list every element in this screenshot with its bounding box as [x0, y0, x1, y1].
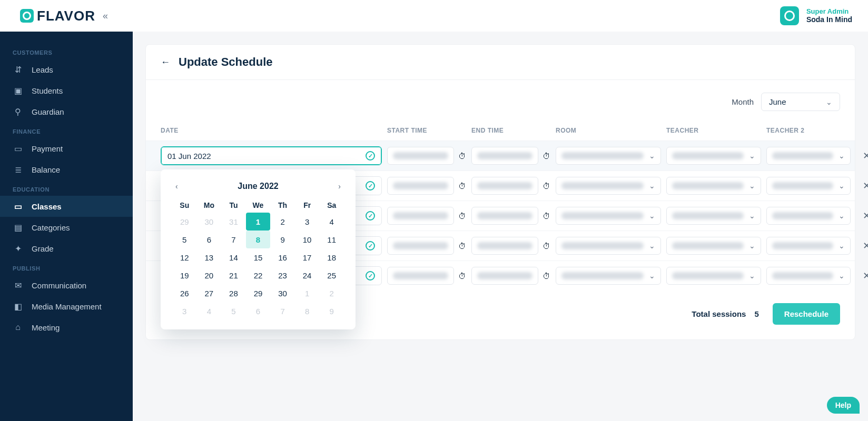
chevron-down-icon: ⌄: [746, 242, 755, 250]
teacher-select[interactable]: ⌄: [666, 267, 761, 285]
calendar-day[interactable]: 16: [270, 248, 295, 266]
calendar-day[interactable]: 30: [270, 284, 295, 302]
calendar-day[interactable]: 9: [270, 230, 295, 248]
calendar-day[interactable]: 22: [246, 266, 271, 284]
calendar-day[interactable]: 21: [221, 266, 246, 284]
chevron-down-icon: ⌄: [746, 182, 755, 190]
sidebar-item-grade[interactable]: ✦Grade: [0, 238, 133, 259]
calendar-day[interactable]: 18: [319, 248, 344, 266]
delete-row-icon[interactable]: ✕: [856, 210, 868, 222]
sidebar-collapse-icon[interactable]: «: [103, 11, 108, 22]
communication-icon: ✉: [13, 280, 23, 290]
teacher2-select[interactable]: ⌄: [766, 147, 851, 165]
sidebar-item-payment[interactable]: ▭Payment: [0, 138, 133, 159]
end-time-input[interactable]: [471, 237, 538, 255]
chevron-down-icon: ⌄: [646, 272, 655, 280]
sidebar-section-label: CUSTOMERS: [0, 43, 133, 59]
reschedule-button[interactable]: Reschedule: [773, 303, 840, 325]
end-time-input[interactable]: [471, 267, 538, 285]
room-select[interactable]: ⌄: [556, 237, 661, 255]
start-time-input[interactable]: [387, 237, 454, 255]
sidebar-item-label: Leads: [32, 65, 53, 74]
sidebar-item-guardian[interactable]: ⚲Guardian: [0, 101, 133, 122]
calendar-day[interactable]: 15: [246, 248, 271, 266]
calendar-day[interactable]: 19: [172, 266, 197, 284]
start-time-input[interactable]: [387, 147, 454, 165]
teacher-select[interactable]: ⌄: [666, 237, 761, 255]
calendar-day[interactable]: 7: [221, 230, 246, 248]
teacher-select[interactable]: ⌄: [666, 207, 761, 225]
sidebar-item-label: Meeting: [32, 323, 60, 332]
start-time-input[interactable]: [387, 267, 454, 285]
delete-row-icon[interactable]: ✕: [856, 270, 868, 282]
start-time-input[interactable]: [387, 207, 454, 225]
sidebar-item-communication[interactable]: ✉Communication: [0, 275, 133, 296]
avatar[interactable]: [780, 6, 799, 25]
calendar-day: 7: [270, 302, 295, 320]
user-info[interactable]: Super Admin Soda In Mind: [806, 7, 852, 24]
date-picker[interactable]: ‹June 2022›SuMoTuWeThFrSa293031123456789…: [161, 169, 356, 329]
calendar-day[interactable]: 10: [295, 230, 320, 248]
calendar-day[interactable]: 27: [197, 284, 222, 302]
room-select[interactable]: ⌄: [556, 147, 661, 165]
calendar-day[interactable]: 4: [319, 213, 344, 230]
chevron-down-icon: ⌄: [746, 212, 755, 220]
calendar-day[interactable]: 24: [295, 266, 320, 284]
calendar-day[interactable]: 29: [246, 284, 271, 302]
room-select[interactable]: ⌄: [556, 267, 661, 285]
teacher2-select[interactable]: ⌄: [766, 207, 851, 225]
categories-icon: ▤: [13, 222, 23, 233]
calendar-day: 5: [221, 302, 246, 320]
check-circle-icon: [366, 241, 375, 250]
end-time-input[interactable]: [471, 207, 538, 225]
end-time-input[interactable]: [471, 177, 538, 195]
sidebar-item-categories[interactable]: ▤Categories: [0, 217, 133, 238]
sidebar-item-classes[interactable]: ▭Classes: [0, 196, 133, 217]
sidebar-item-students[interactable]: ▣Students: [0, 80, 133, 101]
calendar-day[interactable]: 8: [246, 230, 271, 248]
teacher-select[interactable]: ⌄: [666, 177, 761, 195]
clock-icon: ⏱: [542, 272, 550, 280]
calendar-day[interactable]: 17: [295, 248, 320, 266]
date-input[interactable]: 01 Jun 2022: [161, 146, 382, 165]
calendar-next-icon[interactable]: ›: [335, 180, 344, 193]
sidebar-item-leads[interactable]: ⇵Leads: [0, 59, 133, 80]
delete-row-icon[interactable]: ✕: [856, 240, 868, 252]
month-select[interactable]: June ⌄: [761, 93, 840, 111]
calendar-day[interactable]: 5: [172, 230, 197, 248]
teacher2-select[interactable]: ⌄: [766, 267, 851, 285]
teacher2-select[interactable]: ⌄: [766, 177, 851, 195]
delete-row-icon[interactable]: ✕: [856, 150, 868, 162]
delete-row-icon[interactable]: ✕: [856, 180, 868, 192]
calendar-day[interactable]: 12: [172, 248, 197, 266]
calendar-day[interactable]: 3: [295, 213, 320, 230]
chevron-down-icon: ⌄: [835, 272, 845, 280]
room-select[interactable]: ⌄: [556, 177, 661, 195]
sidebar-item-balance[interactable]: ≣Balance: [0, 159, 133, 180]
calendar-day[interactable]: 6: [197, 230, 222, 248]
calendar-day[interactable]: 25: [319, 266, 344, 284]
teacher2-select[interactable]: ⌄: [766, 237, 851, 255]
back-icon[interactable]: ←: [161, 57, 170, 68]
calendar-prev-icon[interactable]: ‹: [172, 180, 181, 193]
teacher-select[interactable]: ⌄: [666, 147, 761, 165]
room-select[interactable]: ⌄: [556, 207, 661, 225]
grade-icon: ✦: [13, 243, 23, 254]
sidebar-item-label: Balance: [32, 165, 60, 174]
sidebar-item-meeting[interactable]: ⌂Meeting: [0, 317, 133, 338]
calendar-day[interactable]: 13: [197, 248, 222, 266]
calendar-day[interactable]: 20: [197, 266, 222, 284]
end-time-input[interactable]: [471, 147, 538, 165]
calendar-day[interactable]: 2: [270, 213, 295, 230]
calendar-day[interactable]: 11: [319, 230, 344, 248]
calendar-day[interactable]: 14: [221, 248, 246, 266]
start-time-input[interactable]: [387, 177, 454, 195]
sidebar-item-media-management[interactable]: ◧Media Management: [0, 296, 133, 317]
help-button[interactable]: Help: [827, 397, 860, 414]
calendar-day[interactable]: 26: [172, 284, 197, 302]
col-teacher2: TEACHER 2: [766, 127, 851, 134]
calendar-day[interactable]: 1: [246, 213, 271, 230]
calendar-day[interactable]: 28: [221, 284, 246, 302]
calendar-day[interactable]: 23: [270, 266, 295, 284]
calendar-dow: Sa: [319, 198, 344, 213]
